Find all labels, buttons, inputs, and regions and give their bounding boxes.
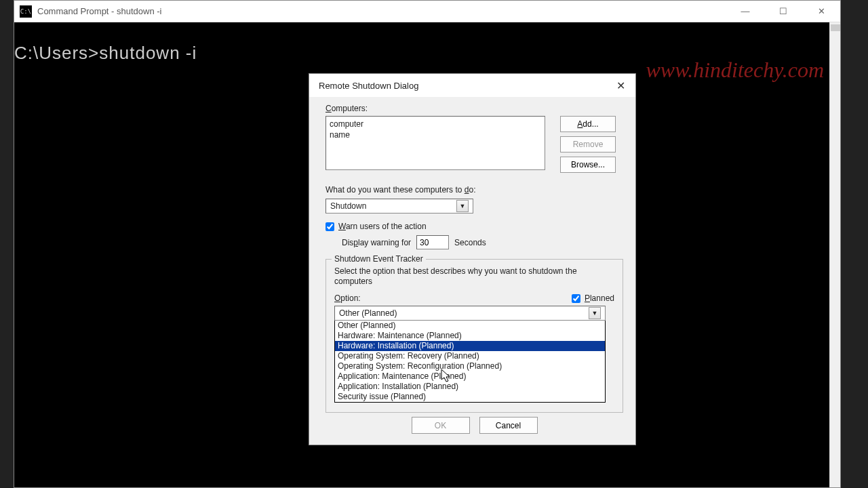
shutdown-event-tracker-group: Shutdown Event Tracker Select the option…: [326, 259, 623, 413]
chevron-down-icon: ▼: [589, 307, 601, 319]
scrollbar-thumb[interactable]: [831, 24, 840, 31]
planned-label: Planned: [585, 293, 614, 303]
display-warning-label: Display warning for: [342, 238, 411, 247]
ok-button[interactable]: OK: [412, 417, 470, 434]
chevron-down-icon: ▼: [456, 200, 469, 212]
option-item[interactable]: Application: Maintenance (Planned): [335, 371, 605, 382]
tracker-description: Select the option that best describes wh…: [334, 266, 614, 287]
action-label: What do you want these computers to do:: [326, 185, 623, 195]
minimize-button[interactable]: —: [734, 4, 756, 19]
titlebar[interactable]: C:\ Command Prompt - shutdown -i — ☐ ✕: [14, 1, 840, 22]
dialog-titlebar[interactable]: Remote Shutdown Dialog ✕: [309, 74, 635, 97]
warn-label: Warn users of the action: [338, 222, 427, 231]
option-item[interactable]: Other (Planned): [335, 321, 605, 331]
window-title: Command Prompt - shutdown -i: [37, 6, 162, 16]
option-selected-text: Other (Planned): [339, 308, 397, 318]
option-label: Option:: [334, 293, 361, 303]
option-item[interactable]: Operating System: Recovery (Planned): [335, 351, 605, 361]
option-item[interactable]: Hardware: Maintenance (Planned): [335, 331, 605, 341]
maximize-button[interactable]: ☐: [772, 4, 794, 19]
add-button[interactable]: Add...: [560, 116, 616, 132]
planned-checkbox[interactable]: [572, 294, 580, 303]
computers-label: Computers:: [326, 104, 623, 113]
dialog-title: Remote Shutdown Dialog: [319, 81, 418, 91]
option-item[interactable]: Application: Installation (Planned): [335, 382, 605, 392]
tracker-legend: Shutdown Event Tracker: [332, 254, 426, 264]
warning-seconds-input[interactable]: [416, 235, 449, 249]
close-icon[interactable]: ✕: [611, 79, 630, 92]
computers-listbox[interactable]: computer name: [326, 116, 545, 170]
scrollbar[interactable]: [829, 22, 840, 487]
cmd-icon: C:\: [20, 5, 32, 18]
option-dropdown-list[interactable]: Other (Planned)Hardware: Maintenance (Pl…: [334, 321, 606, 403]
option-select[interactable]: Other (Planned) ▼: [334, 306, 606, 321]
seconds-label: Seconds: [454, 238, 486, 247]
browse-button[interactable]: Browse...: [560, 157, 616, 173]
cancel-button[interactable]: Cancel: [479, 417, 538, 434]
option-item[interactable]: Security issue (Planned): [335, 392, 605, 402]
remove-button[interactable]: Remove: [560, 136, 616, 152]
action-selected-text: Shutdown: [330, 201, 366, 211]
close-button[interactable]: ✕: [810, 4, 832, 19]
watermark: www.hinditechy.com: [646, 58, 824, 83]
option-item[interactable]: Hardware: Installation (Planned): [335, 341, 605, 351]
warn-checkbox[interactable]: [326, 222, 334, 231]
remote-shutdown-dialog: Remote Shutdown Dialog ✕ Computers: comp…: [309, 73, 636, 445]
option-item[interactable]: Operating System: Reconfiguration (Plann…: [335, 361, 605, 371]
action-select[interactable]: Shutdown ▼: [326, 199, 473, 214]
